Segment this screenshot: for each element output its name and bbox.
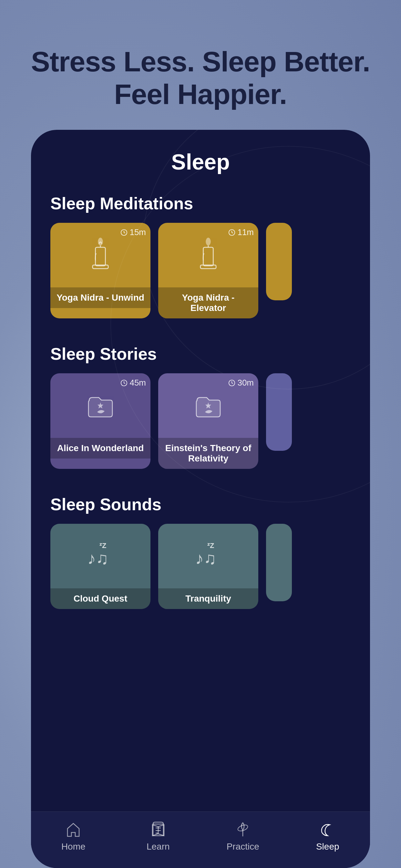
nav-item-practice[interactable]: Practice [201, 822, 285, 852]
duration-badge: 45m [120, 378, 146, 388]
card-title: Yoga Nidra - Elevator [158, 287, 258, 318]
phone-card: Sleep Sleep Meditations 15m [31, 130, 370, 868]
card-title: Cloud Quest [50, 588, 150, 609]
duration-text: 30m [237, 378, 254, 388]
sleep-stories-label: Sleep Stories [31, 341, 370, 373]
card-title: Tranquility [158, 588, 258, 609]
list-item-partial[interactable] [266, 373, 292, 451]
page-title: Sleep [31, 130, 370, 190]
svg-text:♪♫: ♪♫ [195, 549, 216, 568]
nav-label-sleep: Sleep [316, 841, 339, 852]
sound-icon: ᶻZ ♪♫ [190, 538, 226, 574]
book-icon [86, 390, 115, 422]
nav-item-learn[interactable]: Learn [116, 822, 201, 852]
sleep-meditations-label: Sleep Meditations [31, 190, 370, 223]
svg-rect-8 [204, 247, 213, 266]
list-item[interactable]: 11m Yoga Nidra - Elevator [158, 223, 258, 318]
list-item[interactable]: 30m Einstein's Theory of Relativity [158, 373, 258, 469]
nav-item-home[interactable]: Home [31, 822, 116, 852]
card-title: Einstein's Theory of Relativity [158, 438, 258, 469]
list-item[interactable]: ᶻZ ♪♫ Tranquility [158, 524, 258, 609]
card-title: Yoga Nidra - Unwind [50, 287, 150, 308]
duration-badge: 30m [228, 378, 254, 388]
list-item[interactable]: ᶻZ ♪♫ Cloud Quest [50, 524, 150, 609]
card-title: Alice In Wonderland [50, 438, 150, 459]
list-item[interactable]: 15m Yog [50, 223, 150, 318]
list-item-partial[interactable] [266, 524, 292, 601]
candle-icon [86, 237, 115, 273]
nav-label-practice: Practice [227, 841, 259, 852]
meditations-row: 15m Yog [31, 223, 370, 325]
svg-text:ᶻZ: ᶻZ [99, 541, 106, 550]
nav-label-learn: Learn [147, 841, 170, 852]
list-item[interactable]: 45m Alice In Wonderland [50, 373, 150, 469]
svg-point-22 [237, 824, 249, 832]
practice-icon [235, 822, 251, 838]
svg-text:♪♫: ♪♫ [88, 549, 109, 568]
svg-point-6 [206, 238, 211, 245]
home-icon [65, 822, 82, 838]
stories-row: 45m Alice In Wonderland [31, 373, 370, 475]
duration-badge: 15m [120, 227, 146, 237]
svg-rect-3 [96, 247, 105, 266]
duration-text: 15m [129, 227, 146, 237]
duration-text: 11m [237, 227, 254, 237]
sounds-row: ᶻZ ♪♫ Cloud Quest ᶻZ ♪♫ Tranquility [31, 524, 370, 616]
learn-icon [150, 822, 166, 838]
nav-item-sleep[interactable]: Sleep [285, 822, 370, 852]
hero-section: Stress Less. Sleep Better. Feel Happier. [0, 0, 401, 130]
book-icon [194, 390, 223, 422]
sleep-sounds-label: Sleep Sounds [31, 492, 370, 524]
sound-icon: ᶻZ ♪♫ [83, 538, 118, 574]
sleep-icon [319, 822, 336, 838]
hero-title: Stress Less. Sleep Better. Feel Happier. [31, 45, 370, 110]
duration-text: 45m [129, 378, 146, 388]
list-item-partial[interactable] [266, 223, 292, 300]
nav-label-home: Home [61, 841, 86, 852]
duration-badge: 11m [228, 227, 254, 237]
bottom-nav: Home Learn Practice [31, 811, 370, 868]
svg-text:ᶻZ: ᶻZ [207, 541, 214, 550]
candle-icon [194, 237, 223, 273]
